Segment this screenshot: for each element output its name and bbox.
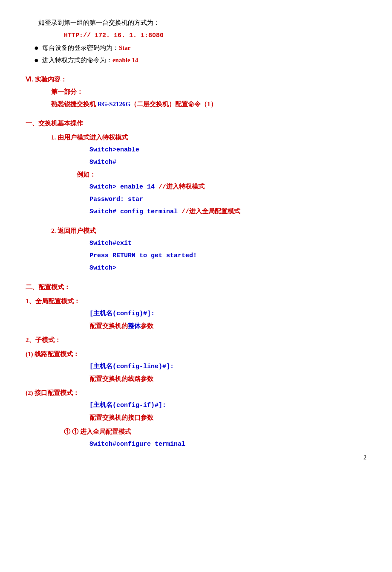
- section2-sub2-label: 2、子模式：: [26, 334, 366, 346]
- bullet1-dot: ●: [34, 42, 39, 54]
- bullet2: ● 进入特权方式的命令为：enable 14: [34, 55, 366, 66]
- desc1-highlight: 整体: [128, 322, 141, 329]
- code3-spacing: [155, 183, 159, 191]
- section2-sub1-desc1: 配置交换机的整体参数: [89, 320, 366, 332]
- part1-subtitle-text: 熟悉锐捷交换机: [51, 101, 98, 107]
- section2-sub1-code1: [主机名(config)#]:: [89, 308, 366, 319]
- code3-highlight: 特权: [179, 183, 192, 191]
- code3-comment: //进入: [159, 183, 179, 191]
- section2-sub2a-code1: [主机名(config-line)#]:: [89, 361, 366, 372]
- section2-sub2a-label: (1) 线路配置模式：: [26, 348, 366, 360]
- section1-sub1: 1. 由用户模式进入特权模式 Switch>enable Switch# 例如：…: [26, 132, 366, 218]
- section1: 一、交换机基本操作 1. 由用户模式进入特权模式 Switch>enable S…: [26, 118, 366, 274]
- sub2-code3: Switch>: [89, 262, 366, 274]
- intro-section: 如登录到第一组的第一台交换机的方式为： HTTP:// 172. 16. 1. …: [26, 17, 366, 66]
- sub1-label: 1. 由用户模式进入特权模式: [51, 132, 366, 143]
- section2: 二、配置模式： 1、全局配置模式： [主机名(config)#]: 配置交换机的…: [26, 282, 366, 450]
- section2-sub2b-label: (2) 接口配置模式：: [26, 387, 366, 399]
- part1-subtitle: 熟悉锐捷交换机 RG-S2126G（二层交换机）配置命令（1）: [51, 99, 366, 110]
- sub1-example: 例如：: [77, 169, 366, 180]
- section6: Ⅵ. 实验内容： 第一部分： 熟悉锐捷交换机 RG-S2126G（二层交换机）配…: [26, 74, 366, 110]
- bullet1-text: 每台设备的登录密码均为：Star: [42, 42, 131, 54]
- note-code1: Switch#configure terminal: [89, 438, 366, 450]
- code3-rest: 模式: [192, 183, 205, 191]
- intro-line2: HTTP:// 172. 16. 1. 1:8080: [64, 29, 366, 41]
- section2-sub2a-desc1: 配置交换机的线路参数: [89, 373, 366, 385]
- note-label: ① ① 进入全局配置模式: [64, 426, 366, 438]
- section6-title: Ⅵ. 实验内容：: [26, 74, 366, 85]
- code5-spacing: [178, 208, 182, 215]
- section2-sub2: 2、子模式：: [26, 334, 366, 346]
- section2-sub1: 1、全局配置模式： [主机名(config)#]: 配置交换机的整体参数: [26, 296, 366, 332]
- sub1-code5: Switch# config terminal //进入全局配置模式: [89, 206, 366, 218]
- section2-sub2b: (2) 接口配置模式： [主机名(config-if)#]: 配置交换机的接口参…: [26, 387, 366, 424]
- code5-rest: 配置模式: [215, 208, 240, 215]
- sub1-code1: Switch>enable: [89, 144, 366, 156]
- section1-title: 一、交换机基本操作: [26, 118, 366, 129]
- page-content: 如登录到第一组的第一台交换机的方式为： HTTP:// 172. 16. 1. …: [26, 17, 366, 450]
- part1-label: 第一部分：: [51, 86, 366, 98]
- code5-comment: //进入: [182, 208, 202, 215]
- bullet2-value: enable 14: [112, 57, 138, 64]
- sub2-label: 2. 返回用户模式: [51, 225, 366, 237]
- section2-title: 二、配置模式：: [26, 282, 366, 293]
- sub1-code4: Password: star: [89, 194, 366, 205]
- part1-model: RG-S2126G: [98, 101, 131, 107]
- bullet2-text: 进入特权方式的命令为：enable 14: [42, 55, 138, 66]
- code5-highlight: 全局: [202, 208, 215, 215]
- section2-sub2a: (1) 线路配置模式： [主机名(config-line)#]: 配置交换机的线…: [26, 348, 366, 385]
- sub2-code1: Switch#exit: [89, 238, 366, 249]
- page-number: 2: [363, 452, 366, 463]
- section2-sub2b-note: ① ① 进入全局配置模式 Switch#configure terminal: [26, 426, 366, 450]
- intro-line1: 如登录到第一组的第一台交换机的方式为：: [38, 17, 366, 29]
- sub1-code2: Switch#: [89, 157, 366, 168]
- bullet1: ● 每台设备的登录密码均为：Star: [34, 42, 366, 54]
- sub2-code2: Press RETURN to get started!: [89, 250, 366, 261]
- sub1-code3: Switch> enable 14 //进入特权模式: [89, 181, 366, 193]
- section2-sub2b-desc1: 配置交换机的接口参数: [89, 412, 366, 424]
- http-prefix: HTTP://: [64, 32, 95, 39]
- part1-desc: （二层交换机）配置命令（1）: [130, 101, 217, 107]
- section1-sub2: 2. 返回用户模式 Switch#exit Press RETURN to ge…: [26, 225, 366, 274]
- section2-sub2b-code1: [主机名(config-if)#]:: [89, 400, 366, 411]
- bullet1-value: Star: [119, 44, 131, 51]
- http-value: 172. 16. 1. 1:8080: [95, 32, 164, 39]
- bullet2-dot: ●: [34, 55, 39, 66]
- section2-sub1-label: 1、全局配置模式：: [26, 296, 366, 307]
